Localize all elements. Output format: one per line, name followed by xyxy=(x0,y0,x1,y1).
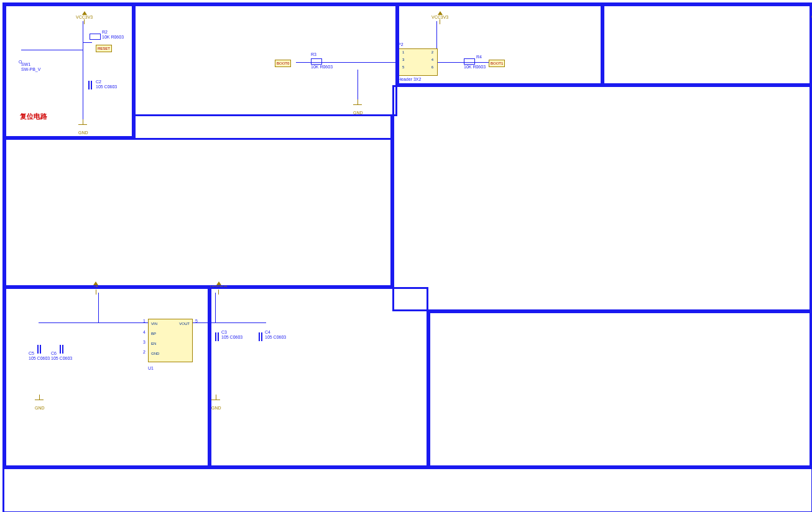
schematic-sheet: VCC3V3 R2 10K R0603 RESET O SW1 SW-PB_V … xyxy=(2,2,812,512)
title-reset: 复位电路 xyxy=(20,112,47,121)
component-R3 xyxy=(311,58,322,65)
net-boot0: BOOT0 xyxy=(275,60,291,67)
gnd-boot xyxy=(353,99,362,105)
block-swd: SWD仿真端口 1 2 3 4 P1 SWD VCC3V3 SWDIO SWDC… xyxy=(602,4,811,85)
net-reset: RESET xyxy=(96,45,112,52)
block-crystal: C7 22P C0603 Y1 32.768K C8 22P O0603 C9 … xyxy=(210,287,428,467)
block-reset: VCC3V3 R2 10K R0603 RESET O SW1 SW-PB_V … xyxy=(4,4,134,138)
gnd-reset xyxy=(78,119,87,125)
block-usb: 5V Vbus D- D+ ID G U2 USB-mrico 5 4 3 2 … xyxy=(4,287,210,467)
component-R2 xyxy=(90,34,101,40)
block-regulator: +5 VCC3V3 VINVOUT BP EN GND 1 5 4 3 2 U1… xyxy=(4,138,392,287)
block-led: VCC3V3 D1 LED R1 10K R0603 GND D2 LED R5… xyxy=(397,4,602,85)
block-decoupling: VCC3V3 C10 105 C0603 C11 105 C0603 C12 1… xyxy=(428,311,811,467)
block-mcu: MCU P3 Header 20 —VBAT—PC13—PC14—PC15—PA… xyxy=(392,85,811,311)
component-C2 xyxy=(88,81,90,89)
block-boot: VCC3V3 BOOT0 R3 10K R0603 12 34 56 P2 He… xyxy=(134,4,397,116)
pwr-vcc3v3: VCC3V3 xyxy=(76,11,93,24)
